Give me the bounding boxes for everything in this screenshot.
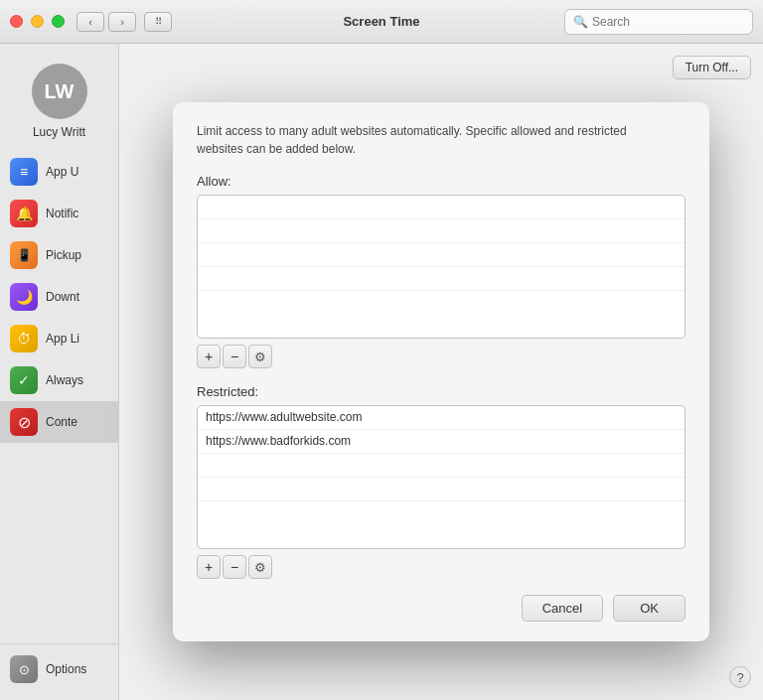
restricted-list-item-2: https://www.badforkids.com [198,430,685,454]
traffic-lights [10,15,65,28]
allow-add-button[interactable]: + [197,345,221,368]
search-input[interactable] [592,15,744,29]
allow-list-empty-row-5 [198,291,685,315]
sidebar-item-always-on-label: Always [46,373,83,387]
avatar-section: LW Lucy Writt [0,54,118,151]
content-area: Turn Off... Limit access to many adult w… [119,44,763,700]
back-button[interactable]: ‹ [76,12,104,32]
sidebar-item-options-label: Options [46,662,86,676]
sidebar-item-always-on[interactable]: ✓ Always [0,359,118,401]
maximize-button[interactable] [52,15,65,28]
content-icon: ⊘ [10,408,38,436]
search-box[interactable]: 🔍 [564,9,753,35]
restricted-list[interactable]: https://www.adultwebsite.com https://www… [197,405,686,549]
restricted-list-item-1: https://www.adultwebsite.com [198,406,685,430]
sidebar-item-app-limits[interactable]: ⏱ App Li [0,318,118,359]
downtime-icon: 🌙 [10,283,38,311]
main-layout: LW Lucy Writt ≡ App U 🔔 Notific 📱 Pickup… [0,44,763,700]
sidebar-bottom: ⊙ Options [0,643,118,690]
restricted-section-label: Restricted: [197,384,686,399]
forward-button[interactable]: › [108,12,136,32]
avatar-name: Lucy Writt [8,125,110,139]
restricted-remove-button[interactable]: − [223,555,246,579]
allow-section-label: Allow: [197,174,686,189]
sidebar-item-options[interactable]: ⊙ Options [0,648,118,690]
restricted-list-empty-row-4 [198,478,685,501]
app-limits-icon: ⏱ [10,325,38,352]
allow-list-empty-row-1 [198,196,685,219]
nav-buttons: ‹ › ⠿ [76,12,172,32]
sidebar-item-pickups[interactable]: 📱 Pickup [0,234,118,276]
sidebar-item-notifications[interactable]: 🔔 Notific [0,193,118,234]
dialog-footer: Cancel OK [197,595,686,622]
allow-list-empty-row-3 [198,243,685,267]
sidebar-item-notifications-label: Notific [46,207,78,220]
sidebar: LW Lucy Writt ≡ App U 🔔 Notific 📱 Pickup… [0,44,119,700]
sidebar-item-pickups-label: Pickup [46,248,81,262]
restricted-list-empty-row-5 [198,501,685,525]
sidebar-item-app-limits-label: App Li [46,332,79,346]
pickups-icon: 📱 [10,241,38,269]
sidebar-item-app-usage[interactable]: ≡ App U [0,151,118,193]
dialog: Limit access to many adult websites auto… [173,102,709,641]
notifications-icon: 🔔 [10,200,38,227]
ok-button[interactable]: OK [613,595,686,622]
allow-list-empty-row-4 [198,267,685,291]
cancel-button[interactable]: Cancel [522,595,603,622]
restricted-gear-button[interactable]: ⚙ [248,555,272,579]
allow-list[interactable] [197,195,686,339]
avatar: LW [32,64,87,119]
close-button[interactable] [10,15,23,28]
minimize-button[interactable] [31,15,44,28]
sidebar-item-content-label: Conte [46,415,77,429]
options-icon: ⊙ [10,655,38,683]
dialog-overlay: Limit access to many adult websites auto… [119,44,763,700]
always-on-icon: ✓ [10,366,38,394]
search-icon: 🔍 [573,15,588,29]
sidebar-item-downtime-label: Downt [46,290,79,304]
allow-list-controls: + − ⚙ [197,345,686,368]
window-title: Screen Time [343,14,419,29]
restricted-list-empty-row-3 [198,454,685,478]
dialog-description: Limit access to many adult websites auto… [197,122,674,158]
allow-gear-button[interactable]: ⚙ [248,345,272,368]
restricted-list-controls: + − ⚙ [197,555,686,579]
grid-button[interactable]: ⠿ [144,12,172,32]
allow-list-empty-row-2 [198,219,685,243]
sidebar-item-app-usage-label: App U [46,165,78,179]
restricted-add-button[interactable]: + [197,555,221,579]
app-usage-icon: ≡ [10,158,38,186]
sidebar-item-content[interactable]: ⊘ Conte [0,401,118,443]
title-bar: ‹ › ⠿ Screen Time 🔍 [0,0,763,44]
allow-remove-button[interactable]: − [223,345,246,368]
sidebar-item-downtime[interactable]: 🌙 Downt [0,276,118,318]
